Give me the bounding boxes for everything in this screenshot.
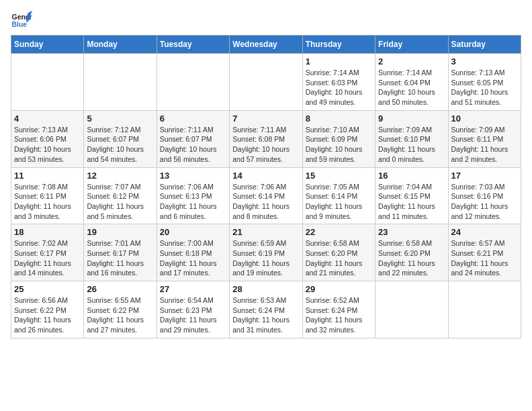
logo: General Blue xyxy=(11,11,32,30)
day-info: Sunrise: 6:58 AM Sunset: 6:20 PM Dayligh… xyxy=(306,238,372,278)
day-info: Sunrise: 7:14 AM Sunset: 6:04 PM Dayligh… xyxy=(378,68,445,107)
day-number: 17 xyxy=(451,171,518,181)
day-number: 25 xyxy=(14,284,81,294)
day-info: Sunrise: 6:55 AM Sunset: 6:22 PM Dayligh… xyxy=(87,295,153,335)
day-number: 24 xyxy=(451,227,518,237)
day-number: 20 xyxy=(160,227,226,237)
weekday-header-sunday: Sunday xyxy=(11,36,84,54)
day-number: 14 xyxy=(232,171,299,181)
svg-text:Blue: Blue xyxy=(12,21,28,28)
weekday-header-friday: Friday xyxy=(375,36,448,54)
day-info: Sunrise: 6:57 AM Sunset: 6:21 PM Dayligh… xyxy=(451,238,518,278)
day-number: 15 xyxy=(306,171,372,181)
day-number: 4 xyxy=(14,113,81,124)
week-row-4: 25Sunrise: 6:56 AM Sunset: 6:22 PM Dayli… xyxy=(11,281,521,338)
day-info: Sunrise: 7:02 AM Sunset: 6:17 PM Dayligh… xyxy=(14,238,81,278)
calendar-cell: 25Sunrise: 6:56 AM Sunset: 6:22 PM Dayli… xyxy=(11,281,84,338)
calendar-cell xyxy=(230,54,302,111)
day-number: 16 xyxy=(378,171,445,181)
calendar-cell: 2Sunrise: 7:14 AM Sunset: 6:04 PM Daylig… xyxy=(375,54,448,111)
day-info: Sunrise: 7:04 AM Sunset: 6:15 PM Dayligh… xyxy=(378,182,445,222)
day-info: Sunrise: 7:06 AM Sunset: 6:13 PM Dayligh… xyxy=(160,182,226,222)
week-row-3: 18Sunrise: 7:02 AM Sunset: 6:17 PM Dayli… xyxy=(11,224,521,281)
calendar-cell: 21Sunrise: 6:59 AM Sunset: 6:19 PM Dayli… xyxy=(230,224,302,281)
day-number: 22 xyxy=(306,227,372,237)
day-info: Sunrise: 7:00 AM Sunset: 6:18 PM Dayligh… xyxy=(160,238,226,278)
calendar-cell: 28Sunrise: 6:53 AM Sunset: 6:24 PM Dayli… xyxy=(230,281,302,338)
day-info: Sunrise: 7:10 AM Sunset: 6:09 PM Dayligh… xyxy=(306,125,372,165)
day-info: Sunrise: 7:09 AM Sunset: 6:10 PM Dayligh… xyxy=(378,125,445,165)
calendar-cell: 24Sunrise: 6:57 AM Sunset: 6:21 PM Dayli… xyxy=(448,224,521,281)
day-number: 23 xyxy=(378,227,445,237)
calendar-cell: 6Sunrise: 7:11 AM Sunset: 6:07 PM Daylig… xyxy=(157,110,229,167)
calendar-cell xyxy=(157,54,229,111)
calendar-cell xyxy=(11,54,84,111)
day-number: 19 xyxy=(87,227,153,237)
day-info: Sunrise: 7:03 AM Sunset: 6:16 PM Dayligh… xyxy=(451,182,518,222)
calendar-cell: 15Sunrise: 7:05 AM Sunset: 6:14 PM Dayli… xyxy=(302,167,375,224)
day-number: 28 xyxy=(232,284,299,294)
week-row-1: 4Sunrise: 7:13 AM Sunset: 6:06 PM Daylig… xyxy=(11,110,521,167)
day-info: Sunrise: 6:53 AM Sunset: 6:24 PM Dayligh… xyxy=(232,295,299,335)
day-info: Sunrise: 6:58 AM Sunset: 6:20 PM Dayligh… xyxy=(378,238,445,278)
week-row-0: 1Sunrise: 7:14 AM Sunset: 6:03 PM Daylig… xyxy=(11,54,521,111)
calendar-cell: 4Sunrise: 7:13 AM Sunset: 6:06 PM Daylig… xyxy=(11,110,84,167)
day-number: 12 xyxy=(87,171,153,181)
day-number: 5 xyxy=(87,113,153,124)
day-number: 7 xyxy=(232,113,299,124)
day-info: Sunrise: 7:01 AM Sunset: 6:17 PM Dayligh… xyxy=(87,238,153,278)
day-number: 29 xyxy=(306,284,372,294)
calendar-cell xyxy=(448,281,521,338)
day-number: 11 xyxy=(14,171,81,181)
calendar-cell: 20Sunrise: 7:00 AM Sunset: 6:18 PM Dayli… xyxy=(157,224,229,281)
day-info: Sunrise: 7:11 AM Sunset: 6:07 PM Dayligh… xyxy=(160,125,226,165)
day-number: 6 xyxy=(160,113,226,124)
calendar-cell: 5Sunrise: 7:12 AM Sunset: 6:07 PM Daylig… xyxy=(84,110,157,167)
calendar-cell: 18Sunrise: 7:02 AM Sunset: 6:17 PM Dayli… xyxy=(11,224,84,281)
day-info: Sunrise: 6:52 AM Sunset: 6:24 PM Dayligh… xyxy=(306,295,372,335)
day-info: Sunrise: 7:13 AM Sunset: 6:06 PM Dayligh… xyxy=(14,125,81,165)
logo-icon: General Blue xyxy=(11,11,32,30)
day-number: 21 xyxy=(232,227,299,237)
calendar-cell: 29Sunrise: 6:52 AM Sunset: 6:24 PM Dayli… xyxy=(302,281,375,338)
day-number: 2 xyxy=(378,56,445,66)
calendar-cell: 16Sunrise: 7:04 AM Sunset: 6:15 PM Dayli… xyxy=(375,167,448,224)
weekday-header-thursday: Thursday xyxy=(302,36,375,54)
day-number: 1 xyxy=(306,56,372,66)
day-number: 3 xyxy=(451,56,518,66)
calendar-cell: 8Sunrise: 7:10 AM Sunset: 6:09 PM Daylig… xyxy=(302,110,375,167)
calendar-cell: 22Sunrise: 6:58 AM Sunset: 6:20 PM Dayli… xyxy=(302,224,375,281)
day-number: 27 xyxy=(160,284,226,294)
weekday-header-tuesday: Tuesday xyxy=(157,36,229,54)
day-info: Sunrise: 7:07 AM Sunset: 6:12 PM Dayligh… xyxy=(87,182,153,222)
day-info: Sunrise: 7:06 AM Sunset: 6:14 PM Dayligh… xyxy=(232,182,299,222)
day-number: 10 xyxy=(451,113,518,124)
day-info: Sunrise: 7:05 AM Sunset: 6:14 PM Dayligh… xyxy=(306,182,372,222)
day-info: Sunrise: 7:14 AM Sunset: 6:03 PM Dayligh… xyxy=(306,68,372,107)
day-info: Sunrise: 7:11 AM Sunset: 6:08 PM Dayligh… xyxy=(232,125,299,165)
day-info: Sunrise: 7:09 AM Sunset: 6:11 PM Dayligh… xyxy=(451,125,518,165)
day-number: 8 xyxy=(306,113,372,124)
day-number: 9 xyxy=(378,113,445,124)
calendar-cell: 3Sunrise: 7:13 AM Sunset: 6:05 PM Daylig… xyxy=(448,54,521,111)
calendar-cell: 13Sunrise: 7:06 AM Sunset: 6:13 PM Dayli… xyxy=(157,167,229,224)
weekday-header-wednesday: Wednesday xyxy=(230,36,302,54)
day-info: Sunrise: 7:12 AM Sunset: 6:07 PM Dayligh… xyxy=(87,125,153,165)
weekday-header-row: SundayMondayTuesdayWednesdayThursdayFrid… xyxy=(11,36,521,54)
calendar-cell xyxy=(375,281,448,338)
calendar-cell: 10Sunrise: 7:09 AM Sunset: 6:11 PM Dayli… xyxy=(448,110,521,167)
calendar-cell: 11Sunrise: 7:08 AM Sunset: 6:11 PM Dayli… xyxy=(11,167,84,224)
weekday-header-monday: Monday xyxy=(84,36,157,54)
calendar-cell: 7Sunrise: 7:11 AM Sunset: 6:08 PM Daylig… xyxy=(230,110,302,167)
calendar-cell: 26Sunrise: 6:55 AM Sunset: 6:22 PM Dayli… xyxy=(84,281,157,338)
day-info: Sunrise: 6:59 AM Sunset: 6:19 PM Dayligh… xyxy=(232,238,299,278)
calendar-cell: 1Sunrise: 7:14 AM Sunset: 6:03 PM Daylig… xyxy=(302,54,375,111)
calendar-cell: 9Sunrise: 7:09 AM Sunset: 6:10 PM Daylig… xyxy=(375,110,448,167)
day-info: Sunrise: 7:13 AM Sunset: 6:05 PM Dayligh… xyxy=(451,68,518,107)
week-row-2: 11Sunrise: 7:08 AM Sunset: 6:11 PM Dayli… xyxy=(11,167,521,224)
calendar-cell: 23Sunrise: 6:58 AM Sunset: 6:20 PM Dayli… xyxy=(375,224,448,281)
calendar: SundayMondayTuesdayWednesdayThursdayFrid… xyxy=(11,35,521,338)
calendar-cell: 14Sunrise: 7:06 AM Sunset: 6:14 PM Dayli… xyxy=(230,167,302,224)
calendar-cell: 19Sunrise: 7:01 AM Sunset: 6:17 PM Dayli… xyxy=(84,224,157,281)
day-number: 26 xyxy=(87,284,153,294)
